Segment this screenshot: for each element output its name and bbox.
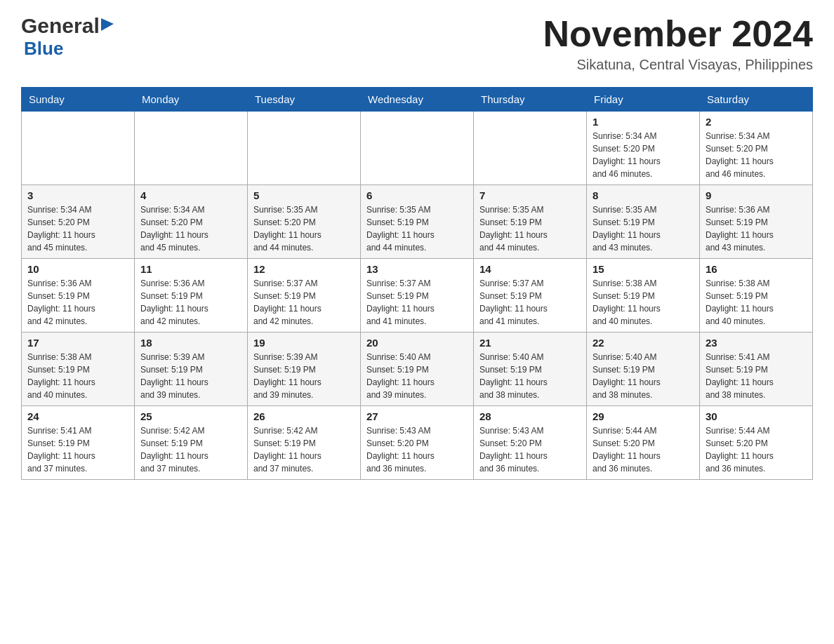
calendar-day-cell: 3Sunrise: 5:34 AMSunset: 5:20 PMDaylight… <box>22 185 135 259</box>
day-number: 13 <box>366 263 468 275</box>
logo-general-text: General <box>21 14 117 38</box>
calendar-day-cell: 17Sunrise: 5:38 AMSunset: 5:19 PMDayligh… <box>22 333 135 406</box>
day-sun-info: Sunrise: 5:37 AMSunset: 5:19 PMDaylight:… <box>253 277 355 328</box>
day-sun-info: Sunrise: 5:37 AMSunset: 5:19 PMDaylight:… <box>479 277 581 328</box>
location-title: Sikatuna, Central Visayas, Philippines <box>543 57 813 73</box>
day-number: 19 <box>253 337 355 349</box>
calendar-day-cell: 21Sunrise: 5:40 AMSunset: 5:19 PMDayligh… <box>474 333 587 406</box>
day-number: 10 <box>27 263 128 275</box>
day-sun-info: Sunrise: 5:40 AMSunset: 5:19 PMDaylight:… <box>593 351 694 401</box>
calendar-day-cell: 22Sunrise: 5:40 AMSunset: 5:19 PMDayligh… <box>587 333 700 406</box>
logo-triangle-icon <box>101 18 117 34</box>
page-header: General Blue November 2024 Sikatuna, Cen… <box>21 14 813 73</box>
title-area: November 2024 Sikatuna, Central Visayas,… <box>543 14 813 73</box>
calendar-week-row: 3Sunrise: 5:34 AMSunset: 5:20 PMDaylight… <box>22 185 813 259</box>
month-title: November 2024 <box>543 14 813 54</box>
day-sun-info: Sunrise: 5:36 AMSunset: 5:19 PMDaylight:… <box>27 277 128 328</box>
day-of-week-header: Thursday <box>474 88 587 112</box>
calendar-day-cell: 14Sunrise: 5:37 AMSunset: 5:19 PMDayligh… <box>474 259 587 333</box>
calendar-day-cell: 4Sunrise: 5:34 AMSunset: 5:20 PMDaylight… <box>135 185 248 259</box>
day-number: 27 <box>366 410 468 422</box>
day-number: 21 <box>479 337 581 349</box>
calendar-day-cell <box>248 112 361 185</box>
calendar-day-cell: 13Sunrise: 5:37 AMSunset: 5:19 PMDayligh… <box>361 259 474 333</box>
day-number: 23 <box>706 337 807 349</box>
day-sun-info: Sunrise: 5:35 AMSunset: 5:19 PMDaylight:… <box>479 203 581 254</box>
day-number: 22 <box>593 337 694 349</box>
day-number: 24 <box>27 410 128 422</box>
svg-marker-0 <box>101 18 114 31</box>
calendar-day-cell: 25Sunrise: 5:42 AMSunset: 5:19 PMDayligh… <box>135 406 248 480</box>
day-of-week-header: Friday <box>587 88 700 112</box>
calendar-day-cell: 7Sunrise: 5:35 AMSunset: 5:19 PMDaylight… <box>474 185 587 259</box>
day-sun-info: Sunrise: 5:37 AMSunset: 5:19 PMDaylight:… <box>366 277 468 328</box>
day-sun-info: Sunrise: 5:42 AMSunset: 5:19 PMDaylight:… <box>140 424 241 475</box>
day-sun-info: Sunrise: 5:40 AMSunset: 5:19 PMDaylight:… <box>479 351 581 401</box>
day-number: 28 <box>479 410 581 422</box>
day-sun-info: Sunrise: 5:44 AMSunset: 5:20 PMDaylight:… <box>593 424 694 475</box>
calendar-day-cell: 6Sunrise: 5:35 AMSunset: 5:19 PMDaylight… <box>361 185 474 259</box>
calendar-day-cell: 20Sunrise: 5:40 AMSunset: 5:19 PMDayligh… <box>361 333 474 406</box>
calendar-header-row: SundayMondayTuesdayWednesdayThursdayFrid… <box>22 88 813 112</box>
day-number: 2 <box>706 116 807 128</box>
day-number: 3 <box>27 189 128 201</box>
calendar-table: SundayMondayTuesdayWednesdayThursdayFrid… <box>21 87 813 480</box>
calendar-day-cell: 30Sunrise: 5:44 AMSunset: 5:20 PMDayligh… <box>700 406 813 480</box>
calendar-day-cell: 24Sunrise: 5:41 AMSunset: 5:19 PMDayligh… <box>22 406 135 480</box>
day-sun-info: Sunrise: 5:35 AMSunset: 5:19 PMDaylight:… <box>366 203 468 254</box>
logo: General Blue <box>21 14 117 60</box>
day-number: 8 <box>593 189 694 201</box>
calendar-day-cell: 26Sunrise: 5:42 AMSunset: 5:19 PMDayligh… <box>248 406 361 480</box>
calendar-week-row: 17Sunrise: 5:38 AMSunset: 5:19 PMDayligh… <box>22 333 813 406</box>
day-of-week-header: Wednesday <box>361 88 474 112</box>
calendar-day-cell: 5Sunrise: 5:35 AMSunset: 5:20 PMDaylight… <box>248 185 361 259</box>
day-number: 5 <box>253 189 355 201</box>
calendar-day-cell: 11Sunrise: 5:36 AMSunset: 5:19 PMDayligh… <box>135 259 248 333</box>
day-sun-info: Sunrise: 5:35 AMSunset: 5:19 PMDaylight:… <box>593 203 694 254</box>
day-number: 18 <box>140 337 241 349</box>
calendar-day-cell: 18Sunrise: 5:39 AMSunset: 5:19 PMDayligh… <box>135 333 248 406</box>
calendar-day-cell: 12Sunrise: 5:37 AMSunset: 5:19 PMDayligh… <box>248 259 361 333</box>
day-number: 20 <box>366 337 468 349</box>
day-number: 1 <box>593 116 694 128</box>
calendar-day-cell: 2Sunrise: 5:34 AMSunset: 5:20 PMDaylight… <box>700 112 813 185</box>
day-number: 30 <box>706 410 807 422</box>
calendar-day-cell: 27Sunrise: 5:43 AMSunset: 5:20 PMDayligh… <box>361 406 474 480</box>
calendar-day-cell <box>474 112 587 185</box>
logo-general: General <box>21 14 100 38</box>
calendar-day-cell: 15Sunrise: 5:38 AMSunset: 5:19 PMDayligh… <box>587 259 700 333</box>
day-number: 29 <box>593 410 694 422</box>
calendar-week-row: 1Sunrise: 5:34 AMSunset: 5:20 PMDaylight… <box>22 112 813 185</box>
calendar-day-cell: 23Sunrise: 5:41 AMSunset: 5:19 PMDayligh… <box>700 333 813 406</box>
day-sun-info: Sunrise: 5:34 AMSunset: 5:20 PMDaylight:… <box>27 203 128 254</box>
day-number: 15 <box>593 263 694 275</box>
day-number: 14 <box>479 263 581 275</box>
day-sun-info: Sunrise: 5:36 AMSunset: 5:19 PMDaylight:… <box>706 203 807 254</box>
calendar-day-cell: 10Sunrise: 5:36 AMSunset: 5:19 PMDayligh… <box>22 259 135 333</box>
day-number: 16 <box>706 263 807 275</box>
day-number: 11 <box>140 263 241 275</box>
day-sun-info: Sunrise: 5:34 AMSunset: 5:20 PMDaylight:… <box>593 130 694 180</box>
day-number: 12 <box>253 263 355 275</box>
day-number: 9 <box>706 189 807 201</box>
logo-blue: Blue <box>24 38 63 60</box>
day-of-week-header: Monday <box>135 88 248 112</box>
calendar-day-cell: 9Sunrise: 5:36 AMSunset: 5:19 PMDaylight… <box>700 185 813 259</box>
day-sun-info: Sunrise: 5:41 AMSunset: 5:19 PMDaylight:… <box>706 351 807 401</box>
day-number: 26 <box>253 410 355 422</box>
calendar-day-cell <box>135 112 248 185</box>
day-sun-info: Sunrise: 5:43 AMSunset: 5:20 PMDaylight:… <box>479 424 581 475</box>
day-sun-info: Sunrise: 5:42 AMSunset: 5:19 PMDaylight:… <box>253 424 355 475</box>
calendar-day-cell: 8Sunrise: 5:35 AMSunset: 5:19 PMDaylight… <box>587 185 700 259</box>
day-number: 25 <box>140 410 241 422</box>
day-sun-info: Sunrise: 5:36 AMSunset: 5:19 PMDaylight:… <box>140 277 241 328</box>
calendar-day-cell <box>361 112 474 185</box>
day-sun-info: Sunrise: 5:38 AMSunset: 5:19 PMDaylight:… <box>27 351 128 401</box>
day-sun-info: Sunrise: 5:39 AMSunset: 5:19 PMDaylight:… <box>253 351 355 401</box>
day-sun-info: Sunrise: 5:34 AMSunset: 5:20 PMDaylight:… <box>706 130 807 180</box>
calendar-day-cell <box>22 112 135 185</box>
day-of-week-header: Sunday <box>22 88 135 112</box>
day-sun-info: Sunrise: 5:38 AMSunset: 5:19 PMDaylight:… <box>706 277 807 328</box>
day-sun-info: Sunrise: 5:41 AMSunset: 5:19 PMDaylight:… <box>27 424 128 475</box>
calendar-week-row: 10Sunrise: 5:36 AMSunset: 5:19 PMDayligh… <box>22 259 813 333</box>
